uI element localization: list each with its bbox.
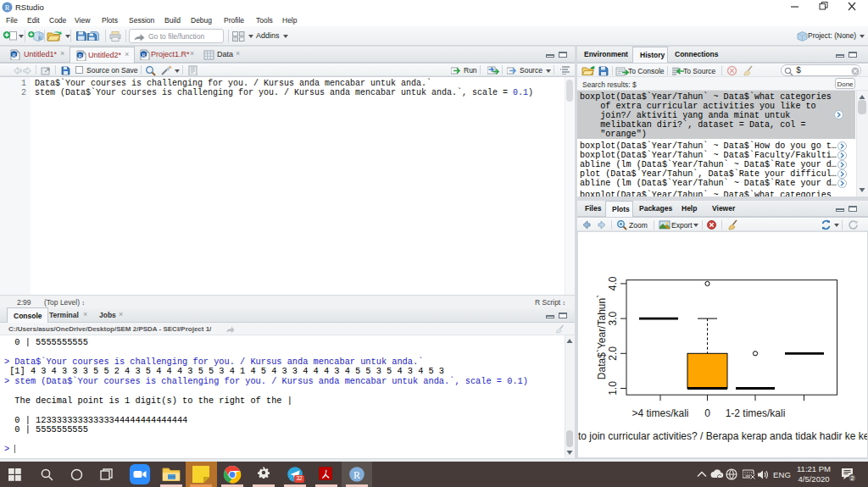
svg-text:Data$`Year/Tahun`: Data$`Year/Tahun` (596, 295, 608, 379)
svg-text:R: R (5, 3, 10, 12)
svg-text:1-2 times/kali: 1-2 times/kali (726, 407, 786, 419)
svg-text:2.0: 2.0 (607, 346, 619, 361)
svg-text:R: R (78, 53, 82, 59)
svg-text:4.0: 4.0 (607, 276, 619, 291)
svg-text:1.0: 1.0 (607, 381, 619, 396)
svg-text:0: 0 (704, 407, 710, 419)
svg-text:R: R (142, 52, 146, 58)
svg-text:R: R (12, 52, 16, 58)
svg-text:3.0: 3.0 (607, 311, 619, 325)
svg-text:2: 2 (851, 475, 854, 481)
svg-text:R: R (38, 35, 42, 41)
svg-text:>4 times/kali: >4 times/kali (632, 407, 688, 419)
svg-text:R: R (353, 469, 360, 481)
